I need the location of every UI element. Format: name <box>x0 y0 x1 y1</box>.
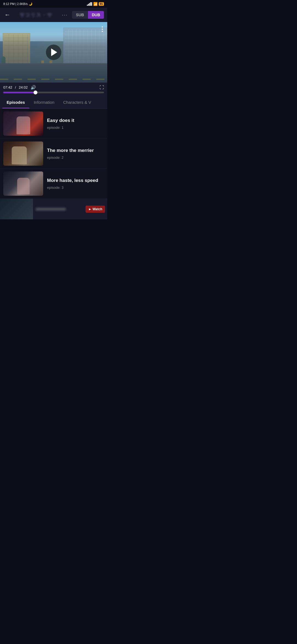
more-options-button[interactable]: ··· <box>60 11 70 19</box>
episode-item-3[interactable]: More haste, less speed episode: 3 <box>0 169 107 199</box>
episode-title-2: The more the merrier <box>47 148 104 154</box>
back-button[interactable]: ← <box>3 10 12 20</box>
time-separator: / <box>15 85 16 89</box>
tab-information[interactable]: Information <box>29 96 59 108</box>
thumb-figure-2 <box>12 146 27 164</box>
episode-thumbnail-2 <box>3 141 43 166</box>
dub-button[interactable]: DUB <box>88 11 104 19</box>
episode-info-2: The more the merrier episode: 2 <box>47 148 104 159</box>
tab-characters[interactable]: Characters & V <box>59 96 96 108</box>
video-controls: 07:42 / 24:02 🔊 ⛶ <box>0 83 107 96</box>
ad-watch-button[interactable]: ► Watch <box>86 206 105 213</box>
signal-icon <box>87 2 92 6</box>
progress-bar[interactable] <box>3 92 104 93</box>
status-network-speed: 2.6KB/s <box>17 2 28 6</box>
wifi-icon: 📶 <box>93 2 98 6</box>
ad-banner: ■■■■■■■■■■■■■■■ ► Watch <box>0 199 107 219</box>
thumb-figure-3 <box>17 178 29 194</box>
ad-thumb-overlay <box>0 199 33 219</box>
status-time-network: 8:12 PM | 2.6KB/s 🌙 <box>3 2 32 6</box>
sub-button[interactable]: SUB <box>72 11 88 19</box>
dot-1 <box>102 26 103 28</box>
episode-title-3: More haste, less speed <box>47 178 104 184</box>
video-player <box>0 22 107 83</box>
progress-thumb[interactable] <box>34 91 37 94</box>
thumb-figure-1 <box>16 116 30 134</box>
battery-indicator: 91 <box>99 2 104 6</box>
episode-number-3: episode: 3 <box>47 185 104 190</box>
play-icon <box>51 48 57 56</box>
progress-fill <box>3 92 35 93</box>
time-row: 07:42 / 24:02 🔊 ⛶ <box>3 85 104 90</box>
episode-list: Easy does it episode: 1 The more the mer… <box>0 109 107 219</box>
episode-number-2: episode: 2 <box>47 155 104 160</box>
dot-3 <box>102 31 103 32</box>
status-right-icons: 📶 91 <box>87 2 104 6</box>
play-button[interactable] <box>46 45 61 60</box>
episode-number-1: episode: 1 <box>47 125 104 130</box>
ad-text-area: ■■■■■■■■■■■■■■■ <box>33 205 86 213</box>
ad-title: ■■■■■■■■■■■■■■■ <box>36 207 83 211</box>
episode-thumbnail-1 <box>3 111 43 136</box>
moon-icon: 🌙 <box>29 2 32 6</box>
episode-thumbnail-3 <box>3 171 43 196</box>
video-more-options[interactable] <box>101 25 104 33</box>
sub-dub-toggle: SUB DUB <box>72 11 104 19</box>
total-time: 24:02 <box>19 85 28 89</box>
dot-2 <box>102 29 103 30</box>
tab-bar: Episodes Information Characters & V <box>0 96 107 109</box>
fullscreen-icon[interactable]: ⛶ <box>100 85 104 90</box>
volume-icon[interactable]: 🔊 <box>31 85 36 90</box>
episode-info-1: Easy does it episode: 1 <box>47 118 104 129</box>
episode-item-1[interactable]: Easy does it episode: 1 <box>0 109 107 139</box>
current-time: 07:42 <box>3 85 12 89</box>
tab-episodes[interactable]: Episodes <box>2 96 29 108</box>
episode-info-3: More haste, less speed episode: 3 <box>47 178 104 189</box>
episode-item-2[interactable]: The more the merrier episode: 2 <box>0 139 107 169</box>
status-time: 8:12 PM <box>3 2 15 6</box>
top-navigation: ← サコリス・サ ··· SUB DUB <box>0 8 107 22</box>
status-bar: 8:12 PM | 2.6KB/s 🌙 📶 91 <box>0 0 107 8</box>
episode-title-1: Easy does it <box>47 118 104 124</box>
ad-thumbnail <box>0 199 33 219</box>
show-title: サコリス・サ <box>14 12 57 18</box>
